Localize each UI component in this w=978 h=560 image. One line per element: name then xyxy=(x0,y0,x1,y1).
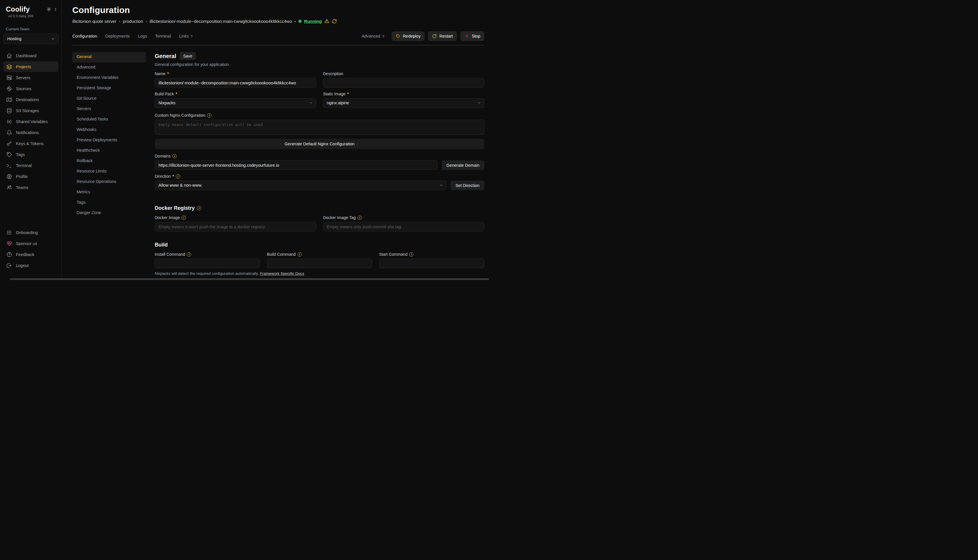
breadcrumb-application[interactable]: illicitestonion/-module--decomposition:m… xyxy=(149,19,292,24)
sidebar-item-label: Sponsor us xyxy=(16,241,37,246)
status-running-link[interactable]: Running xyxy=(304,19,322,24)
sidebar-item-notifications[interactable]: Notifications xyxy=(3,127,59,138)
framework-docs-link[interactable]: Framework Specific Docs xyxy=(260,271,304,276)
sidebar-item-servers[interactable]: Servers xyxy=(3,72,59,83)
restart-label: Restart xyxy=(439,34,453,38)
app-logo[interactable]: Coolify xyxy=(6,5,33,13)
config-menu-metrics[interactable]: Metrics xyxy=(72,187,146,198)
sidebar-item-keys-tokens[interactable]: Keys & Tokens xyxy=(3,138,59,149)
config-menu-advanced[interactable]: Advanced xyxy=(72,62,146,73)
info-icon[interactable] xyxy=(358,215,362,220)
sidebar-item-logout[interactable]: Logout xyxy=(3,260,59,271)
sidebar-item-shared-variables[interactable]: Shared Variables xyxy=(3,116,59,127)
required-asterisk: * xyxy=(167,72,169,76)
tab-logs[interactable]: Logs xyxy=(138,34,147,38)
sidebar-item-destinations[interactable]: Destinations xyxy=(3,94,59,105)
tab-links[interactable]: Links xyxy=(179,34,194,38)
logout-icon xyxy=(7,263,12,268)
sidebar-item-feedback[interactable]: Feedback xyxy=(3,249,59,260)
team-select[interactable]: Hosting xyxy=(3,33,59,44)
config-menu-preview-deployments[interactable]: Preview Deployments xyxy=(72,135,146,146)
tab-terminal[interactable]: Terminal xyxy=(155,34,171,38)
info-icon[interactable] xyxy=(197,206,201,210)
config-menu-git-source[interactable]: Git Source xyxy=(72,93,146,104)
redeploy-label: Redeploy xyxy=(403,34,420,38)
build-command-input[interactable] xyxy=(267,258,372,268)
nginx-config-label: Custom Nginx Configuration xyxy=(155,113,205,118)
tab-links-label: Links xyxy=(179,34,189,38)
config-menu-environment-variables[interactable]: Environment Variables xyxy=(72,73,146,83)
description-input[interactable] xyxy=(323,78,484,88)
page-title: Configuration xyxy=(72,5,484,15)
nginx-config-textarea[interactable] xyxy=(155,120,484,135)
sidebar-item-profile[interactable]: Profile xyxy=(3,171,59,182)
stop-button[interactable]: Stop xyxy=(460,31,484,41)
breadcrumb-environment[interactable]: production xyxy=(123,19,143,24)
sidebar-item-label: Onboarding xyxy=(16,230,38,235)
sidebar-item-sponsor-us[interactable]: Sponsor us xyxy=(3,238,59,249)
docker-image-tag-input[interactable] xyxy=(323,222,484,232)
info-icon[interactable] xyxy=(172,154,177,158)
generate-domain-button[interactable]: Generate Domain xyxy=(441,160,484,170)
info-icon[interactable] xyxy=(409,252,413,257)
config-menu-scheduled-tasks[interactable]: Scheduled Tasks xyxy=(72,115,146,125)
sidebar-item-projects[interactable]: Projects xyxy=(3,61,59,72)
restart-button[interactable]: Restart xyxy=(428,31,457,41)
config-menu-rollback[interactable]: Rollback xyxy=(72,156,146,167)
static-image-select[interactable]: nginx:alpine xyxy=(323,98,484,108)
sidebar-item-label: Teams xyxy=(16,185,28,190)
sidebar-item-teams[interactable]: Teams xyxy=(3,182,59,193)
name-label: Name xyxy=(155,72,166,76)
advanced-dropdown[interactable]: Advanced xyxy=(362,34,386,38)
direction-select[interactable]: Allow www & non-www. xyxy=(155,181,446,190)
docker-image-input[interactable] xyxy=(155,222,316,232)
name-input[interactable] xyxy=(155,78,316,88)
sidebar-item-terminal[interactable]: Terminal xyxy=(3,160,59,171)
sidebar-item-tags[interactable]: Tags xyxy=(3,149,59,160)
config-menu-webhooks[interactable]: Webhooks xyxy=(72,125,146,135)
refresh-icon[interactable] xyxy=(332,19,337,24)
required-asterisk: * xyxy=(347,92,349,96)
redeploy-button[interactable]: Redeploy xyxy=(391,31,425,41)
info-icon[interactable] xyxy=(207,113,211,118)
horizontal-scrollbar[interactable] xyxy=(10,278,489,280)
variable-icon xyxy=(7,119,12,125)
sidebar-item-s3-storages[interactable]: S3 Storages xyxy=(3,105,59,116)
info-icon[interactable] xyxy=(176,174,180,178)
sidebar-item-onboarding[interactable]: Onboarding xyxy=(3,227,59,238)
info-icon[interactable] xyxy=(182,215,186,220)
install-command-input[interactable] xyxy=(155,258,260,268)
info-icon[interactable] xyxy=(187,252,191,257)
sidebar-item-sources[interactable]: Sources xyxy=(3,83,59,94)
config-menu-tags[interactable]: Tags xyxy=(72,198,146,208)
generate-nginx-button[interactable]: Generate Default Nginx Configuration xyxy=(155,139,484,149)
config-menu-general[interactable]: General xyxy=(72,52,146,62)
start-command-input[interactable] xyxy=(379,258,484,268)
team-select-value: Hosting xyxy=(7,37,22,41)
build-command-label: Build Command xyxy=(267,252,296,257)
config-menu-resource-operations[interactable]: Resource Operations xyxy=(72,177,146,187)
tab-configuration[interactable]: Configuration xyxy=(72,34,97,38)
theme-sun-icon[interactable] xyxy=(47,7,51,12)
domains-input[interactable] xyxy=(155,160,438,170)
config-menu-persistent-storage[interactable]: Persistent Storage xyxy=(72,83,146,93)
warning-triangle-icon[interactable] xyxy=(324,18,329,24)
config-menu-danger-zone[interactable]: Danger Zone xyxy=(72,208,146,218)
save-button[interactable]: Save xyxy=(180,52,196,60)
build-pack-select[interactable]: Nixpacks xyxy=(155,98,316,108)
help-circle-icon xyxy=(7,252,12,257)
config-menu-healthcheck[interactable]: Healthcheck xyxy=(72,146,146,156)
breadcrumb-project[interactable]: illicitonion quote server xyxy=(72,19,117,24)
sidebar-item-dashboard[interactable]: Dashboard xyxy=(3,50,59,61)
breadcrumb-separator: › xyxy=(119,19,120,23)
docker-image-tag-label: Docker Image Tag xyxy=(323,215,356,220)
stop-label: Stop xyxy=(471,34,480,38)
info-icon[interactable] xyxy=(298,252,302,257)
sidebar-item-label: Sources xyxy=(16,87,31,91)
theme-selector-chevrons-icon[interactable] xyxy=(53,8,57,11)
config-menu-servers[interactable]: Servers xyxy=(72,104,146,115)
sidebar-item-label: Terminal xyxy=(16,163,32,168)
config-menu-resource-limits[interactable]: Resource Limits xyxy=(72,167,146,177)
tab-deployments[interactable]: Deployments xyxy=(105,34,130,38)
set-direction-button[interactable]: Set Direction xyxy=(451,181,484,190)
